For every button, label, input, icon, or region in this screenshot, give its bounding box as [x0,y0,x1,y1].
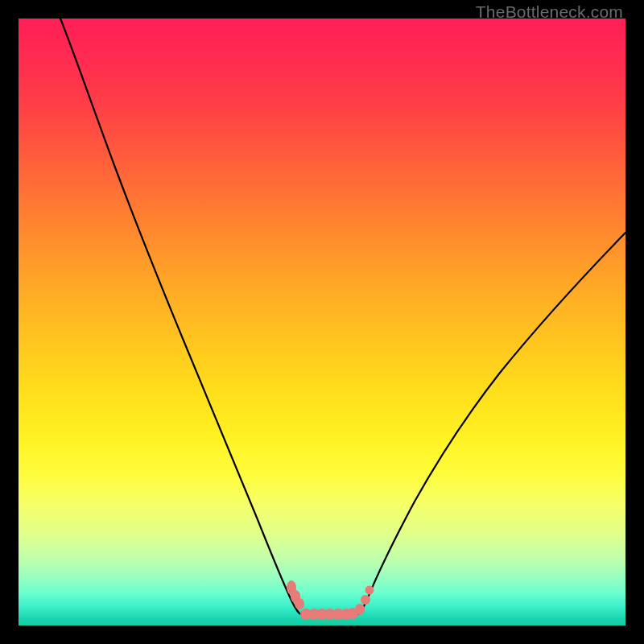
scatter-point [365,586,374,595]
plot-area [19,19,625,625]
chart-svg [19,19,625,625]
outer-frame: TheBottleneck.com [0,0,644,644]
scatter-point [295,598,304,609]
watermark-text: TheBottleneck.com [476,2,623,22]
left-curve [60,19,301,614]
scatter-point [355,604,365,615]
scatter-point [361,595,370,605]
right-curve [358,233,625,614]
